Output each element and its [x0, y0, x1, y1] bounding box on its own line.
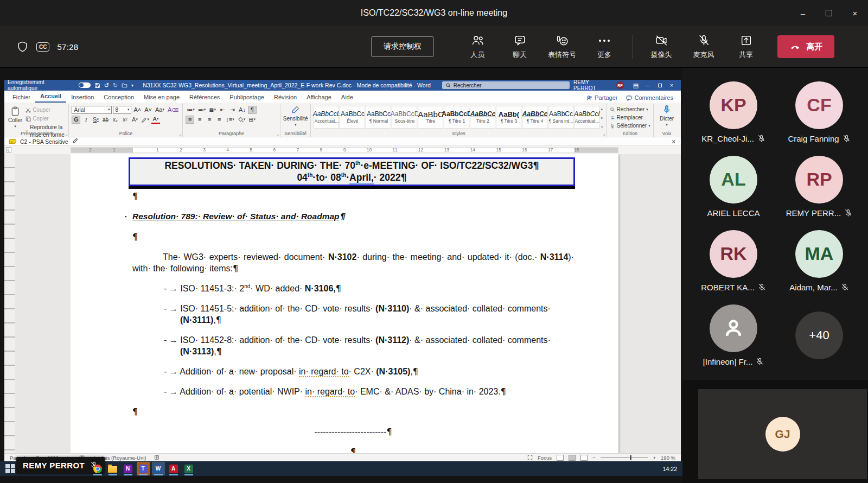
- open-folder-button[interactable]: [122, 82, 127, 88]
- copy-button[interactable]: Copier: [25, 115, 66, 123]
- style-titre[interactable]: AaBbCTitre: [418, 106, 443, 129]
- tab-insertion[interactable]: Insertion: [66, 92, 99, 103]
- shading-button[interactable]: ▾: [237, 116, 247, 124]
- line-spacing-button[interactable]: ↕≡▾: [225, 116, 235, 124]
- print-layout-button[interactable]: [569, 455, 576, 461]
- taskbar-file-explorer-icon[interactable]: [106, 462, 119, 475]
- taskbar-chrome-icon[interactable]: [91, 462, 104, 475]
- tab-affichage[interactable]: Affichage: [302, 92, 336, 103]
- minimize-button[interactable]: –: [790, 0, 816, 26]
- highlight-button[interactable]: ▾: [140, 116, 150, 124]
- find-button[interactable]: Rechercher▾: [610, 106, 650, 113]
- style-titre4[interactable]: AaBbCc¶ Titre 4: [522, 106, 547, 129]
- participant-tile[interactable]: RK ROBERT KA...: [699, 224, 768, 298]
- reactions-button[interactable]: 表情符号: [544, 34, 580, 60]
- style-normal[interactable]: AaBbCc¶ Normal: [366, 106, 391, 129]
- numbering-button[interactable]: ≕▾: [197, 106, 207, 114]
- text-effects-button[interactable]: A▾: [130, 116, 139, 124]
- align-left-button[interactable]: ≡: [186, 116, 194, 124]
- participant-tile[interactable]: [Infineon] Fr...: [699, 298, 768, 372]
- show-marks-button[interactable]: ¶: [248, 106, 257, 114]
- justify-button[interactable]: ≡: [215, 116, 224, 124]
- zoom-slider[interactable]: [601, 457, 648, 458]
- start-button[interactable]: [5, 464, 15, 474]
- redo-button[interactable]: ↻: [113, 82, 118, 89]
- style-accentuation1[interactable]: AaBbCcLAccentuat...: [314, 106, 339, 129]
- tab-references[interactable]: Références: [184, 92, 225, 103]
- sensitivity-close-icon[interactable]: ✕: [671, 138, 676, 145]
- style-titre1[interactable]: AaBbCcD¶ Titre 1: [444, 106, 469, 129]
- account-area[interactable]: REMY PERROT RP: [573, 79, 624, 91]
- tab-mise-en-page[interactable]: Mise en page: [139, 92, 184, 103]
- style-titre2[interactable]: AaBbCcTitre 2: [470, 106, 495, 129]
- taskbar-word-icon[interactable]: W: [152, 462, 165, 475]
- styles-dialog-launcher[interactable]: ⌟: [603, 131, 605, 136]
- font-size-select[interactable]: 8▾: [113, 106, 131, 114]
- paste-button[interactable]: Coller▾: [8, 105, 22, 130]
- zoom-out-button[interactable]: −: [592, 455, 596, 461]
- zoom-level[interactable]: 190 %: [661, 455, 675, 461]
- word-close-button[interactable]: ×: [666, 82, 678, 88]
- style-titre3[interactable]: AaBb(¶ Titre 3: [496, 106, 521, 129]
- search-input[interactable]: Rechercher: [442, 81, 570, 89]
- horizontal-ruler[interactable]: L 2 1 1 2 3 4 5 6 7 8 9 10 11 12 13 14 1…: [4, 146, 681, 154]
- undo-button[interactable]: ↺: [104, 82, 109, 89]
- word-minimize-button[interactable]: –: [642, 82, 654, 88]
- replace-button[interactable]: Remplacer: [610, 114, 650, 122]
- more-button[interactable]: 更多: [586, 34, 623, 60]
- taskbar-acrobat-icon[interactable]: A: [167, 462, 180, 475]
- comments-button[interactable]: Commentaires: [626, 94, 673, 101]
- style-eleve[interactable]: AaBbCcÉlevé: [340, 106, 365, 129]
- underline-button[interactable]: S▾: [91, 116, 100, 124]
- sensitivity-button[interactable]: Sensibilité▾: [285, 105, 306, 127]
- taskbar-teams-icon[interactable]: T: [137, 462, 150, 475]
- accessibility-icon[interactable]: [154, 455, 159, 460]
- font-name-select[interactable]: Arial▾: [72, 106, 112, 114]
- strikethrough-button[interactable]: ab: [101, 116, 110, 124]
- bold-button[interactable]: G: [72, 116, 80, 124]
- clear-format-button[interactable]: A⌫: [167, 106, 180, 114]
- subscript-button[interactable]: x₂: [111, 116, 119, 124]
- dictate-button[interactable]: Dicter▾: [656, 105, 677, 127]
- share-button[interactable]: 共享: [727, 34, 764, 60]
- change-case-button[interactable]: Aa▾: [154, 106, 165, 114]
- people-button[interactable]: 人员: [459, 34, 496, 60]
- paragraph-dialog-launcher[interactable]: ⌟: [277, 131, 279, 136]
- multilevel-list-button[interactable]: ≣▾: [208, 106, 217, 114]
- increase-indent-button[interactable]: ⇥: [228, 106, 237, 114]
- font-color-button[interactable]: A▾: [151, 116, 160, 124]
- focus-label[interactable]: Focus: [538, 455, 552, 461]
- web-layout-button[interactable]: [580, 455, 588, 461]
- tab-stop-selector[interactable]: L: [6, 147, 11, 152]
- camera-button[interactable]: 摄像头: [643, 34, 680, 60]
- participant-tile[interactable]: AL ARIEL LECCA: [699, 149, 768, 224]
- superscript-button[interactable]: x²: [120, 116, 129, 124]
- read-mode-button[interactable]: [557, 455, 564, 461]
- video-tile[interactable]: GJ: [698, 389, 867, 479]
- mic-button[interactable]: 麦克风: [685, 34, 722, 60]
- participant-tile[interactable]: RP REMY PERR...: [784, 149, 854, 224]
- leave-button[interactable]: 离开: [777, 35, 834, 58]
- style-accentuation2[interactable]: AaBbCcIAccentuat...: [574, 106, 599, 129]
- tab-publipostage[interactable]: Publipostage: [225, 92, 269, 103]
- save-button[interactable]: [94, 82, 100, 88]
- ribbon-display-button[interactable]: ▤: [630, 82, 642, 89]
- style-sans-interligne[interactable]: AaBbCc¶ Sans int...: [548, 106, 573, 129]
- participant-tile[interactable]: KP KR_Cheol-Ji...: [699, 75, 768, 149]
- align-center-button[interactable]: ≡: [195, 116, 204, 124]
- focus-icon[interactable]: [527, 455, 533, 460]
- share-document-button[interactable]: Partager: [586, 94, 617, 101]
- grow-font-button[interactable]: A˄: [132, 106, 142, 114]
- tab-revision[interactable]: Révision: [269, 92, 302, 103]
- shrink-font-button[interactable]: A˅: [143, 106, 153, 114]
- captions-icon[interactable]: CC: [36, 42, 49, 52]
- tab-conception[interactable]: Conception: [99, 92, 139, 103]
- style-sous-titre[interactable]: AaBbCcDSous-titre: [392, 106, 417, 129]
- word-restore-button[interactable]: [654, 82, 666, 88]
- close-button[interactable]: ×: [842, 0, 868, 26]
- qat-more-button[interactable]: ▾: [131, 83, 133, 88]
- select-button[interactable]: Sélectionner▾: [610, 122, 650, 130]
- cut-button[interactable]: Couper: [25, 106, 66, 114]
- italic-button[interactable]: I: [81, 116, 90, 124]
- tab-aide[interactable]: Aide: [336, 92, 358, 103]
